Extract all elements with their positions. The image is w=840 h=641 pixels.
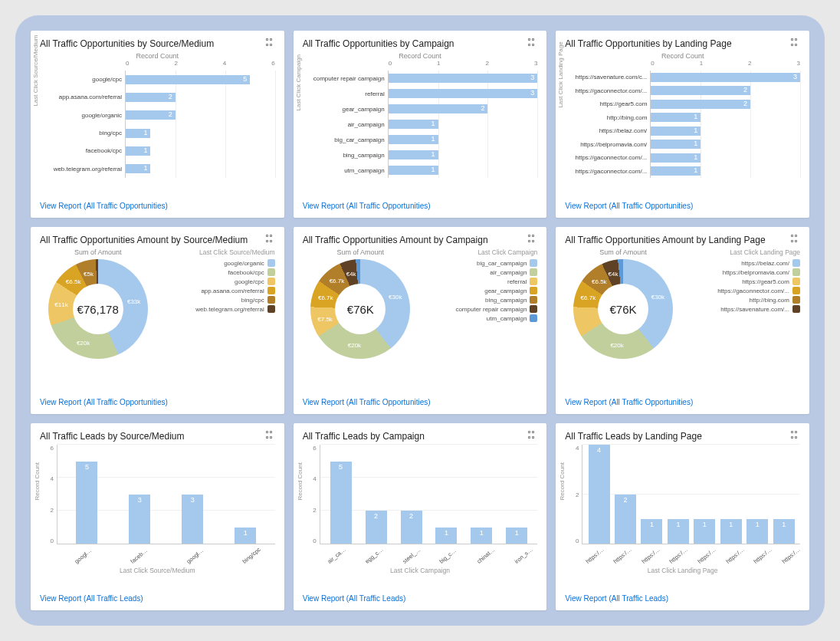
view-report-link[interactable]: View Report (All Traffic Leads) [40,594,275,603]
bar[interactable]: 1 [126,146,150,156]
legend-item[interactable]: bing_campaign [422,296,537,304]
bar[interactable]: 4 [589,445,610,544]
bar[interactable]: 1 [668,519,689,544]
expand-icon[interactable] [266,235,275,244]
bar[interactable]: 3 [389,89,538,98]
bar[interactable]: 1 [651,166,701,176]
slice-label: €20k [610,342,623,349]
legend-item[interactable]: computer repair campaign [422,305,537,313]
legend-item[interactable]: https://gaconnector.com/... [684,287,800,294]
view-report-link[interactable]: View Report (All Traffic Leads) [303,594,538,603]
bar[interactable]: 2 [126,93,176,102]
legend-item[interactable]: utm_campaign [422,314,537,322]
legend-item[interactable]: google/cpc [159,278,274,285]
legend-item[interactable]: https://gear5.com [684,278,800,285]
legend-item[interactable]: facebook/cpc [159,268,274,276]
bar[interactable]: 2 [401,511,422,544]
legend-item[interactable]: big_car_campaign [422,259,537,267]
legend-item[interactable]: google/organic [159,259,274,267]
legend-item[interactable]: https://belaz.com/ [684,259,800,267]
legend-text: referral [507,278,527,285]
view-report-link[interactable]: View Report (All Traffic Opportunities) [565,202,800,210]
chart-legend: Last Click Source/Mediumgoogle/organicfa… [159,248,274,395]
expand-icon[interactable] [528,38,537,48]
bar[interactable]: 5 [330,462,352,544]
card-amt_source: All Traffic Opportunities Amount by Sour… [31,227,284,414]
bar[interactable]: 1 [235,528,256,544]
bar[interactable]: 3 [129,495,150,544]
donut-chart[interactable]: €30k€20k€7.5k€6.7k€6.7k€4k€76K [310,259,410,359]
legend-item[interactable]: bing/cpc [159,296,274,304]
slice-label: €4k [346,270,356,277]
legend-item[interactable]: http://bing.com [684,296,800,304]
bar[interactable]: 1 [694,519,715,544]
bar[interactable]: 1 [651,153,701,163]
legend-item[interactable]: https://savenature.com/... [684,305,800,313]
legend-text: https://belpromavia.com/ [723,269,789,276]
bar[interactable]: 1 [641,519,662,544]
legend-item[interactable]: web.telegram.org/referral [159,305,274,313]
bar[interactable]: 1 [651,140,701,149]
bar[interactable]: 1 [389,150,438,159]
chart-area: Sum of Amount€30k€20k€6.7k€6.5k€4k€76KLa… [565,248,800,395]
bar[interactable]: 2 [651,100,750,109]
expand-icon[interactable] [791,38,800,48]
expand-icon[interactable] [528,431,537,440]
expand-icon[interactable] [266,38,275,48]
expand-icon[interactable] [528,235,537,244]
legend-swatch-icon [530,259,537,267]
view-report-link[interactable]: View Report (All Traffic Leads) [565,594,800,603]
expand-icon[interactable] [791,431,800,440]
bar[interactable]: 5 [126,75,250,84]
bar[interactable]: 1 [389,120,438,129]
legend-item[interactable]: https://belpromavia.com/ [684,268,800,276]
legend-item[interactable]: gear_campaign [422,287,537,294]
bar[interactable]: 1 [389,166,438,175]
bar[interactable]: 1 [651,127,701,136]
view-report-link[interactable]: View Report (All Traffic Opportunities) [303,398,538,406]
legend-item[interactable]: referral [422,278,537,285]
bar[interactable]: 1 [389,135,438,144]
bar[interactable]: 3 [389,74,538,83]
bar[interactable]: 1 [126,129,150,138]
legend-text: https://savenature.com/... [720,306,789,313]
legend-swatch-icon [530,296,537,304]
bar[interactable]: 2 [651,86,750,95]
bar[interactable]: 1 [746,519,768,544]
legend-text: http://bing.com [750,297,789,304]
donut-chart[interactable]: €30k€20k€6.7k€6.5k€4k€76K [573,259,673,359]
slice-label: €6.7k [318,294,333,301]
bar[interactable]: 1 [435,528,457,544]
donut-center: €76K [609,303,636,316]
bar[interactable]: 1 [126,164,150,173]
bar-label: air_campaign [307,121,385,128]
bar-label: iron_steel_ca... [513,546,533,565]
card-title: All Traffic Opportunities Amount by Camp… [303,235,488,245]
donut-center: €76K [347,303,374,316]
bar[interactable]: 3 [182,495,203,544]
view-report-link[interactable]: View Report (All Traffic Opportunities) [303,202,538,210]
view-report-link[interactable]: View Report (All Traffic Opportunities) [565,398,800,406]
bar[interactable]: 1 [651,113,701,122]
bar[interactable]: 5 [76,462,97,544]
bar[interactable]: 1 [720,519,742,544]
view-report-link[interactable]: View Report (All Traffic Opportunities) [40,202,275,210]
bar[interactable]: 1 [471,528,492,544]
bar[interactable]: 1 [506,528,527,544]
card-leads_campaign: All Traffic Leads by CampaignRecord Coun… [294,423,547,610]
bar[interactable]: 2 [126,110,176,120]
legend-item[interactable]: app.asana.com/referral [159,287,274,294]
bar[interactable]: 2 [366,511,387,544]
bar[interactable]: 2 [389,104,488,113]
bar-label: bing/cpc [44,130,122,136]
expand-icon[interactable] [791,235,800,244]
card-title: All Traffic Opportunities Amount by Sour… [40,235,248,245]
bar[interactable]: 2 [615,495,636,544]
bar[interactable]: 3 [651,73,800,82]
card-title: All Traffic Leads by Campaign [303,431,425,442]
view-report-link[interactable]: View Report (All Traffic Opportunities) [40,398,275,406]
bar[interactable]: 1 [773,519,795,544]
expand-icon[interactable] [266,431,275,440]
legend-item[interactable]: air_campaign [422,268,537,276]
donut-chart[interactable]: €33k€20k€11k€6.5k€5k€76,178 [48,259,148,359]
